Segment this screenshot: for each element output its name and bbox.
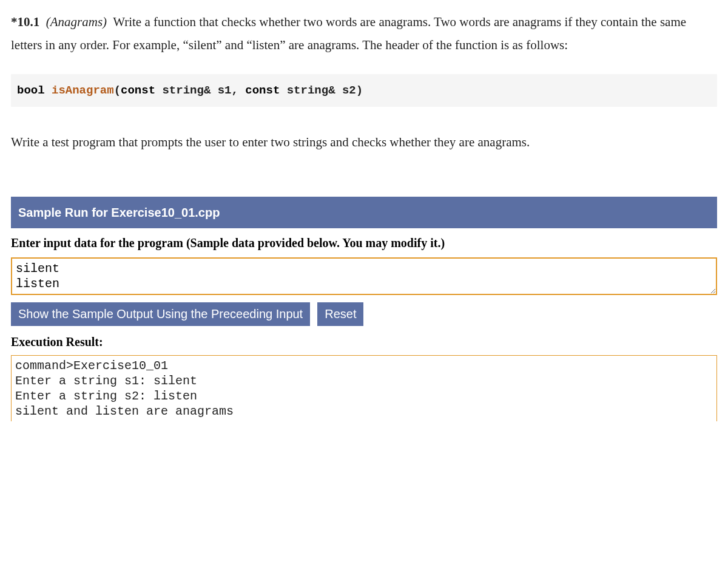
function-signature-code: bool isAnagram(const string& s1, const s…	[11, 74, 717, 107]
code-args-2: string& s2)	[280, 84, 363, 97]
exercise-number: *10.1	[11, 15, 39, 29]
code-keyword-const-2: const	[245, 84, 280, 97]
show-output-button[interactable]: Show the Sample Output Using the Preceed…	[11, 302, 310, 326]
sample-input-textarea[interactable]	[11, 257, 717, 295]
exercise-title: (Anagrams)	[46, 15, 107, 29]
sample-run-header: Sample Run for Exercise10_01.cpp	[11, 197, 717, 228]
problem-paragraph-2: Write a test program that prompts the us…	[11, 131, 717, 154]
problem-paragraph-1: *10.1 (Anagrams) Write a function that c…	[11, 11, 717, 57]
code-args-1: string& s1,	[155, 84, 245, 97]
input-instruction: Enter input data for the program (Sample…	[11, 232, 717, 254]
reset-button[interactable]: Reset	[317, 302, 363, 326]
code-function-name: isAnagram	[52, 84, 114, 97]
button-row: Show the Sample Output Using the Preceed…	[11, 302, 717, 326]
code-keyword-bool: bool	[17, 84, 45, 97]
execution-output: command>Exercise10_01 Enter a string s1:…	[11, 355, 717, 421]
code-keyword-const-1: const	[121, 84, 155, 97]
execution-result-label: Execution Result:	[11, 331, 717, 353]
code-open-paren: (	[114, 84, 121, 97]
